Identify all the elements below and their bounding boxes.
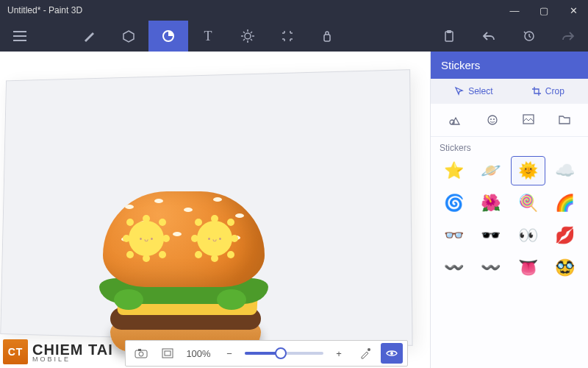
paste-button[interactable] <box>429 21 469 52</box>
tool-brush[interactable] <box>69 21 109 52</box>
section-label: Stickers <box>431 137 588 156</box>
side-panel: Stickers Select Crop Stickers ⭐🪐🌞☁️🌀🌺🍭🌈👓… <box>430 52 588 368</box>
panel-title: Stickers <box>431 52 588 79</box>
sticker-star[interactable]: ⭐ <box>437 156 471 185</box>
applied-sticker-sun[interactable]: • ᴗ • <box>197 221 232 256</box>
zoom-in-button[interactable]: + <box>328 343 350 364</box>
svg-rect-24 <box>523 115 534 124</box>
cat-folder-icon[interactable] <box>559 114 570 126</box>
sticker-flower[interactable]: 🌺 <box>474 188 509 218</box>
sticker-grid: ⭐🪐🌞☁️🌀🌺🍭🌈👓🕶️👀💋〰️〰️👅🥸 <box>431 156 588 290</box>
svg-point-19 <box>368 348 370 351</box>
menu-button[interactable] <box>0 21 40 52</box>
crop-icon <box>531 86 542 96</box>
crop-tool[interactable]: Crop <box>531 86 564 96</box>
svg-line-7 <box>251 39 252 40</box>
svg-point-15 <box>139 352 143 356</box>
cursor-icon <box>454 86 465 96</box>
canvas[interactable]: • ᴗ • • ᴗ • 100% − + <box>0 52 430 368</box>
svg-point-21 <box>488 116 497 124</box>
sticker-categories <box>431 104 588 137</box>
tool-stickers[interactable] <box>148 21 188 52</box>
watermark-logo: CT <box>3 339 28 364</box>
zoom-bar: 100% − + <box>125 340 408 367</box>
tool-3d-shapes[interactable] <box>109 21 148 52</box>
svg-line-6 <box>243 32 245 33</box>
svg-line-9 <box>251 32 252 33</box>
tool-effects[interactable] <box>228 21 268 52</box>
panel-tools: Select Crop <box>431 79 588 104</box>
cat-textures-icon[interactable] <box>523 114 534 126</box>
svg-point-23 <box>493 118 495 120</box>
sticker-mustache1[interactable]: 〰️ <box>437 253 471 283</box>
zoom-out-button[interactable]: − <box>218 343 240 364</box>
svg-rect-12 <box>447 30 451 33</box>
watermark: CT CHIEM TAI MOBILE <box>3 339 113 364</box>
svg-point-20 <box>390 352 393 355</box>
undo-button[interactable] <box>469 21 509 52</box>
sticker-mustache3[interactable]: 🥸 <box>548 253 583 283</box>
select-tool[interactable]: Select <box>454 86 492 96</box>
svg-line-8 <box>243 39 245 40</box>
minimize-button[interactable]: — <box>500 0 529 21</box>
svg-rect-17 <box>162 349 173 358</box>
window-title: Untitled* - Paint 3D <box>7 5 500 15</box>
bun-top: • ᴗ • • ᴗ • <box>103 191 265 287</box>
tool-3d-library[interactable] <box>307 21 347 52</box>
cat-faces-icon[interactable] <box>487 114 498 126</box>
cat-shapes-icon[interactable] <box>449 114 462 126</box>
sticker-tongue[interactable]: 👅 <box>511 253 545 283</box>
sticker-eyes[interactable]: 👀 <box>511 221 545 250</box>
close-button[interactable]: ✕ <box>559 0 588 21</box>
title-bar: Untitled* - Paint 3D — ▢ ✕ <box>0 0 588 21</box>
sticker-rainbow[interactable]: 🌈 <box>548 188 583 218</box>
sticker-lips[interactable]: 💋 <box>548 221 583 250</box>
main-toolbar: T <box>0 21 588 52</box>
zoom-label: 100% <box>183 348 214 359</box>
sticker-spiral[interactable]: 🌀 <box>437 188 471 218</box>
redo-button[interactable] <box>548 21 588 52</box>
main-area: • ᴗ • • ᴗ • 100% − + <box>0 52 588 368</box>
tool-text[interactable]: T <box>188 21 228 52</box>
sticker-planet[interactable]: 🪐 <box>474 156 509 185</box>
history-button[interactable] <box>509 21 548 52</box>
eyedropper-icon[interactable] <box>354 343 376 364</box>
svg-rect-10 <box>324 35 330 41</box>
camera-icon[interactable] <box>130 343 152 364</box>
sticker-lollipop[interactable]: 🍭 <box>511 188 545 218</box>
fit-screen-icon[interactable] <box>157 343 179 364</box>
svg-rect-16 <box>138 349 141 351</box>
sticker-sun[interactable]: 🌞 <box>511 156 545 185</box>
svg-point-1 <box>245 33 251 39</box>
sticker-mustache2[interactable]: 〰️ <box>474 253 509 283</box>
crop-label: Crop <box>545 86 564 96</box>
applied-sticker-sun[interactable]: • ᴗ • <box>129 221 164 256</box>
maximize-button[interactable]: ▢ <box>529 0 559 21</box>
select-label: Select <box>468 86 492 96</box>
tool-canvas[interactable] <box>268 21 307 52</box>
sticker-sunglasses[interactable]: 🕶️ <box>474 221 509 250</box>
sticker-cloud[interactable]: ☁️ <box>548 156 583 185</box>
sticker-glasses[interactable]: 👓 <box>437 221 471 250</box>
svg-rect-18 <box>165 351 171 355</box>
view-3d-button[interactable] <box>381 343 403 364</box>
zoom-slider[interactable] <box>245 346 323 361</box>
svg-point-22 <box>490 118 492 120</box>
